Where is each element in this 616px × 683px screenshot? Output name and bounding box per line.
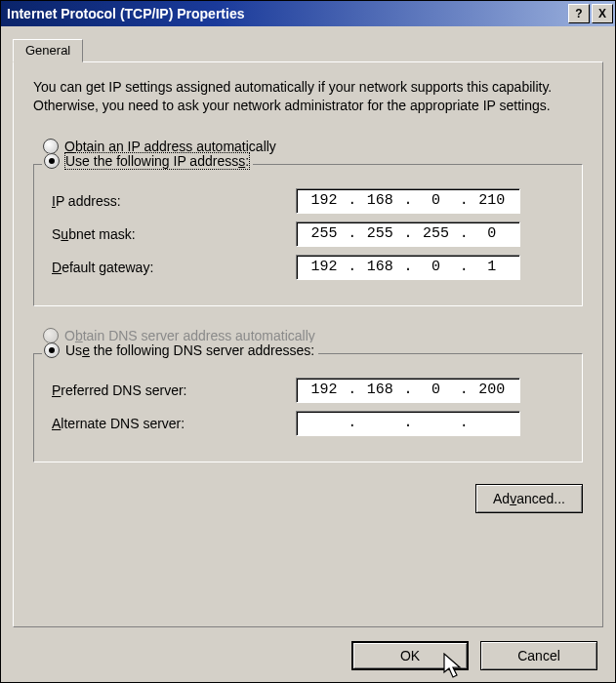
advanced-button-row: Advanced...	[33, 484, 583, 513]
title-buttons: ? X	[568, 4, 613, 23]
cancel-button[interactable]: Cancel	[480, 641, 597, 670]
help-icon: ?	[575, 8, 582, 20]
ok-button[interactable]: OK	[351, 641, 469, 670]
alternate-dns-field[interactable]: . . .	[296, 411, 520, 436]
tab-panel-general: You can get IP settings assigned automat…	[13, 61, 603, 627]
ip-octet-4[interactable]: 210	[471, 192, 513, 209]
radio-use-dns-label: Use the following DNS server addresses:	[65, 342, 314, 358]
advanced-button[interactable]: Advanced...	[475, 484, 583, 513]
client-area: General You can get IP settings assigned…	[1, 26, 615, 682]
subnet-mask-field[interactable]: 255. 255. 255. 0	[296, 221, 520, 247]
row-alternate-dns: Alternate DNS server: . . .	[52, 411, 564, 436]
row-ip-address: IP address: 192. 168. 0. 210	[52, 188, 564, 214]
label-subnet-mask: Subnet mask:	[52, 226, 296, 242]
row-preferred-dns: Preferred DNS server: 192. 168. 0. 200	[52, 378, 564, 403]
groupbox-use-dns: Use the following DNS server addresses: …	[33, 353, 583, 462]
radio-use-dns[interactable]: Use the following DNS server addresses:	[42, 342, 318, 358]
advanced-button-label: Advanced...	[493, 491, 565, 506]
dialog-actions: OK Cancel	[13, 627, 603, 670]
ip-octet-3[interactable]: 0	[415, 192, 458, 209]
groupbox-use-ip: Use the following IP addresss: IP addres…	[33, 164, 583, 306]
radio-obtain-dns-auto-label: Obtain DNS server address automatically	[64, 328, 315, 343]
radio-icon	[43, 328, 59, 343]
subnet-octet-3[interactable]: 255	[415, 225, 458, 242]
radio-obtain-ip-auto[interactable]: Obtain an IP address automatically	[43, 139, 583, 154]
gw-octet-4[interactable]: 1	[471, 259, 513, 275]
radio-obtain-ip-auto-label: Obtain an IP address automatically	[64, 139, 276, 154]
pdns-octet-3[interactable]: 0	[415, 382, 458, 398]
preferred-dns-field[interactable]: 192. 168. 0. 200	[296, 378, 520, 403]
gw-octet-2[interactable]: 168	[358, 259, 401, 275]
label-ip-address: IP address:	[52, 193, 296, 209]
subnet-octet-4[interactable]: 0	[471, 225, 513, 242]
subnet-octet-2[interactable]: 255	[358, 225, 401, 242]
title-bar[interactable]: Internet Protocol (TCP/IP) Properties ? …	[1, 1, 615, 26]
gw-octet-1[interactable]: 192	[303, 259, 346, 275]
row-default-gateway: Default gateway: 192. 168. 0. 1	[52, 255, 564, 280]
radio-icon	[43, 139, 59, 154]
default-gateway-field[interactable]: 192. 168. 0. 1	[296, 255, 520, 280]
tab-general-label: General	[25, 43, 70, 58]
pdns-octet-4[interactable]: 200	[471, 382, 513, 398]
cancel-button-label: Cancel	[517, 648, 560, 663]
close-icon: X	[598, 8, 606, 20]
ip-octet-1[interactable]: 192	[303, 192, 346, 209]
close-button[interactable]: X	[592, 4, 613, 23]
window-title: Internet Protocol (TCP/IP) Properties	[7, 6, 568, 21]
subnet-octet-1[interactable]: 255	[303, 225, 346, 242]
radio-use-ip-label: Use the following IP addresss:	[65, 153, 249, 169]
gw-octet-3[interactable]: 0	[415, 259, 458, 275]
help-button[interactable]: ?	[568, 4, 590, 23]
tab-general[interactable]: General	[13, 39, 83, 62]
label-alternate-dns: Alternate DNS server:	[52, 416, 296, 431]
radio-obtain-dns-auto: Obtain DNS server address automatically	[43, 328, 583, 343]
pdns-octet-1[interactable]: 192	[303, 382, 346, 398]
radio-icon	[44, 153, 60, 169]
row-subnet-mask: Subnet mask: 255. 255. 255. 0	[52, 221, 564, 247]
radio-icon	[44, 342, 60, 358]
label-preferred-dns: Preferred DNS server:	[52, 382, 296, 398]
ip-octet-2[interactable]: 168	[358, 192, 401, 209]
tcpip-properties-window: Internet Protocol (TCP/IP) Properties ? …	[0, 0, 616, 683]
label-default-gateway: Default gateway:	[52, 260, 296, 275]
tab-strip: General	[13, 36, 603, 61]
ip-address-field[interactable]: 192. 168. 0. 210	[296, 188, 520, 214]
radio-use-ip[interactable]: Use the following IP addresss:	[42, 153, 253, 169]
pdns-octet-2[interactable]: 168	[358, 382, 401, 398]
intro-text: You can get IP settings assigned automat…	[33, 78, 583, 115]
ok-button-label: OK	[400, 648, 420, 663]
